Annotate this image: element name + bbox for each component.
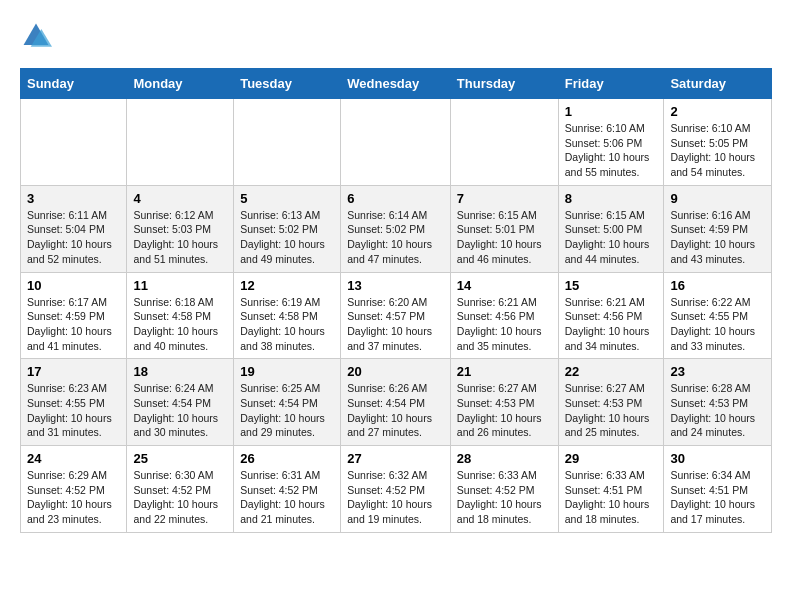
day-number: 10 bbox=[27, 278, 120, 293]
calendar-cell: 17Sunrise: 6:23 AM Sunset: 4:55 PM Dayli… bbox=[21, 359, 127, 446]
day-info: Sunrise: 6:32 AM Sunset: 4:52 PM Dayligh… bbox=[347, 468, 444, 527]
calendar-header-row: SundayMondayTuesdayWednesdayThursdayFrid… bbox=[21, 69, 772, 99]
calendar-cell: 21Sunrise: 6:27 AM Sunset: 4:53 PM Dayli… bbox=[450, 359, 558, 446]
column-header-tuesday: Tuesday bbox=[234, 69, 341, 99]
day-info: Sunrise: 6:29 AM Sunset: 4:52 PM Dayligh… bbox=[27, 468, 120, 527]
calendar-cell: 8Sunrise: 6:15 AM Sunset: 5:00 PM Daylig… bbox=[558, 185, 664, 272]
day-info: Sunrise: 6:22 AM Sunset: 4:55 PM Dayligh… bbox=[670, 295, 765, 354]
day-number: 1 bbox=[565, 104, 658, 119]
day-number: 16 bbox=[670, 278, 765, 293]
day-info: Sunrise: 6:15 AM Sunset: 5:00 PM Dayligh… bbox=[565, 208, 658, 267]
calendar-row: 17Sunrise: 6:23 AM Sunset: 4:55 PM Dayli… bbox=[21, 359, 772, 446]
calendar-cell: 25Sunrise: 6:30 AM Sunset: 4:52 PM Dayli… bbox=[127, 446, 234, 533]
calendar-row: 3Sunrise: 6:11 AM Sunset: 5:04 PM Daylig… bbox=[21, 185, 772, 272]
calendar-cell: 15Sunrise: 6:21 AM Sunset: 4:56 PM Dayli… bbox=[558, 272, 664, 359]
calendar-cell: 6Sunrise: 6:14 AM Sunset: 5:02 PM Daylig… bbox=[341, 185, 451, 272]
day-number: 11 bbox=[133, 278, 227, 293]
calendar-cell: 20Sunrise: 6:26 AM Sunset: 4:54 PM Dayli… bbox=[341, 359, 451, 446]
day-info: Sunrise: 6:13 AM Sunset: 5:02 PM Dayligh… bbox=[240, 208, 334, 267]
day-number: 18 bbox=[133, 364, 227, 379]
day-info: Sunrise: 6:20 AM Sunset: 4:57 PM Dayligh… bbox=[347, 295, 444, 354]
day-info: Sunrise: 6:16 AM Sunset: 4:59 PM Dayligh… bbox=[670, 208, 765, 267]
column-header-thursday: Thursday bbox=[450, 69, 558, 99]
day-info: Sunrise: 6:31 AM Sunset: 4:52 PM Dayligh… bbox=[240, 468, 334, 527]
column-header-friday: Friday bbox=[558, 69, 664, 99]
day-number: 20 bbox=[347, 364, 444, 379]
day-info: Sunrise: 6:10 AM Sunset: 5:06 PM Dayligh… bbox=[565, 121, 658, 180]
day-info: Sunrise: 6:34 AM Sunset: 4:51 PM Dayligh… bbox=[670, 468, 765, 527]
day-number: 26 bbox=[240, 451, 334, 466]
day-number: 14 bbox=[457, 278, 552, 293]
day-info: Sunrise: 6:27 AM Sunset: 4:53 PM Dayligh… bbox=[565, 381, 658, 440]
calendar-cell: 24Sunrise: 6:29 AM Sunset: 4:52 PM Dayli… bbox=[21, 446, 127, 533]
calendar-cell: 1Sunrise: 6:10 AM Sunset: 5:06 PM Daylig… bbox=[558, 99, 664, 186]
column-header-wednesday: Wednesday bbox=[341, 69, 451, 99]
day-info: Sunrise: 6:33 AM Sunset: 4:52 PM Dayligh… bbox=[457, 468, 552, 527]
calendar-cell: 2Sunrise: 6:10 AM Sunset: 5:05 PM Daylig… bbox=[664, 99, 772, 186]
calendar-cell: 5Sunrise: 6:13 AM Sunset: 5:02 PM Daylig… bbox=[234, 185, 341, 272]
calendar-row: 10Sunrise: 6:17 AM Sunset: 4:59 PM Dayli… bbox=[21, 272, 772, 359]
day-number: 30 bbox=[670, 451, 765, 466]
day-info: Sunrise: 6:23 AM Sunset: 4:55 PM Dayligh… bbox=[27, 381, 120, 440]
calendar-table: SundayMondayTuesdayWednesdayThursdayFrid… bbox=[20, 68, 772, 533]
day-number: 17 bbox=[27, 364, 120, 379]
day-info: Sunrise: 6:12 AM Sunset: 5:03 PM Dayligh… bbox=[133, 208, 227, 267]
calendar-cell: 4Sunrise: 6:12 AM Sunset: 5:03 PM Daylig… bbox=[127, 185, 234, 272]
day-info: Sunrise: 6:30 AM Sunset: 4:52 PM Dayligh… bbox=[133, 468, 227, 527]
day-number: 5 bbox=[240, 191, 334, 206]
calendar-cell bbox=[341, 99, 451, 186]
calendar-cell bbox=[450, 99, 558, 186]
day-info: Sunrise: 6:21 AM Sunset: 4:56 PM Dayligh… bbox=[457, 295, 552, 354]
day-info: Sunrise: 6:11 AM Sunset: 5:04 PM Dayligh… bbox=[27, 208, 120, 267]
calendar-cell: 18Sunrise: 6:24 AM Sunset: 4:54 PM Dayli… bbox=[127, 359, 234, 446]
day-info: Sunrise: 6:18 AM Sunset: 4:58 PM Dayligh… bbox=[133, 295, 227, 354]
calendar-cell: 13Sunrise: 6:20 AM Sunset: 4:57 PM Dayli… bbox=[341, 272, 451, 359]
day-number: 21 bbox=[457, 364, 552, 379]
day-number: 12 bbox=[240, 278, 334, 293]
page-header bbox=[20, 20, 772, 52]
calendar-cell bbox=[234, 99, 341, 186]
day-info: Sunrise: 6:27 AM Sunset: 4:53 PM Dayligh… bbox=[457, 381, 552, 440]
calendar-cell: 30Sunrise: 6:34 AM Sunset: 4:51 PM Dayli… bbox=[664, 446, 772, 533]
day-number: 23 bbox=[670, 364, 765, 379]
day-number: 8 bbox=[565, 191, 658, 206]
calendar-cell: 14Sunrise: 6:21 AM Sunset: 4:56 PM Dayli… bbox=[450, 272, 558, 359]
day-info: Sunrise: 6:25 AM Sunset: 4:54 PM Dayligh… bbox=[240, 381, 334, 440]
day-number: 27 bbox=[347, 451, 444, 466]
calendar-cell: 9Sunrise: 6:16 AM Sunset: 4:59 PM Daylig… bbox=[664, 185, 772, 272]
day-number: 28 bbox=[457, 451, 552, 466]
calendar-cell: 23Sunrise: 6:28 AM Sunset: 4:53 PM Dayli… bbox=[664, 359, 772, 446]
column-header-monday: Monday bbox=[127, 69, 234, 99]
calendar-cell: 22Sunrise: 6:27 AM Sunset: 4:53 PM Dayli… bbox=[558, 359, 664, 446]
day-number: 4 bbox=[133, 191, 227, 206]
day-info: Sunrise: 6:33 AM Sunset: 4:51 PM Dayligh… bbox=[565, 468, 658, 527]
calendar-cell: 11Sunrise: 6:18 AM Sunset: 4:58 PM Dayli… bbox=[127, 272, 234, 359]
day-number: 19 bbox=[240, 364, 334, 379]
calendar-row: 24Sunrise: 6:29 AM Sunset: 4:52 PM Dayli… bbox=[21, 446, 772, 533]
day-number: 13 bbox=[347, 278, 444, 293]
calendar-cell: 7Sunrise: 6:15 AM Sunset: 5:01 PM Daylig… bbox=[450, 185, 558, 272]
day-number: 3 bbox=[27, 191, 120, 206]
calendar-row: 1Sunrise: 6:10 AM Sunset: 5:06 PM Daylig… bbox=[21, 99, 772, 186]
day-number: 29 bbox=[565, 451, 658, 466]
calendar-cell: 12Sunrise: 6:19 AM Sunset: 4:58 PM Dayli… bbox=[234, 272, 341, 359]
column-header-saturday: Saturday bbox=[664, 69, 772, 99]
calendar-cell: 29Sunrise: 6:33 AM Sunset: 4:51 PM Dayli… bbox=[558, 446, 664, 533]
calendar-cell: 19Sunrise: 6:25 AM Sunset: 4:54 PM Dayli… bbox=[234, 359, 341, 446]
day-info: Sunrise: 6:24 AM Sunset: 4:54 PM Dayligh… bbox=[133, 381, 227, 440]
day-number: 24 bbox=[27, 451, 120, 466]
day-info: Sunrise: 6:17 AM Sunset: 4:59 PM Dayligh… bbox=[27, 295, 120, 354]
day-number: 9 bbox=[670, 191, 765, 206]
calendar-cell bbox=[127, 99, 234, 186]
day-number: 6 bbox=[347, 191, 444, 206]
day-info: Sunrise: 6:28 AM Sunset: 4:53 PM Dayligh… bbox=[670, 381, 765, 440]
day-info: Sunrise: 6:14 AM Sunset: 5:02 PM Dayligh… bbox=[347, 208, 444, 267]
calendar-cell: 16Sunrise: 6:22 AM Sunset: 4:55 PM Dayli… bbox=[664, 272, 772, 359]
day-info: Sunrise: 6:10 AM Sunset: 5:05 PM Dayligh… bbox=[670, 121, 765, 180]
day-info: Sunrise: 6:19 AM Sunset: 4:58 PM Dayligh… bbox=[240, 295, 334, 354]
day-number: 15 bbox=[565, 278, 658, 293]
logo bbox=[20, 20, 58, 52]
day-info: Sunrise: 6:26 AM Sunset: 4:54 PM Dayligh… bbox=[347, 381, 444, 440]
logo-icon bbox=[20, 20, 52, 52]
calendar-cell: 27Sunrise: 6:32 AM Sunset: 4:52 PM Dayli… bbox=[341, 446, 451, 533]
